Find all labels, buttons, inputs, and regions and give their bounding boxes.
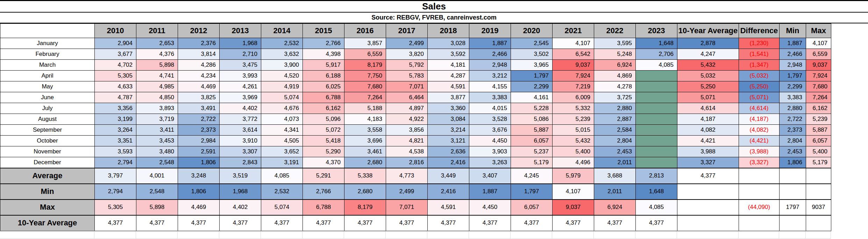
summary-cell[interactable]: 6,788: [303, 200, 344, 215]
sales-cell[interactable]: 3,592: [428, 49, 469, 60]
max-cell[interactable]: 6,162: [806, 103, 831, 114]
sales-cell[interactable]: 3,383: [469, 92, 511, 103]
summary-difference-cell[interactable]: (44,090): [739, 200, 780, 215]
summary-cell[interactable]: 4,377: [261, 215, 303, 231]
difference-cell[interactable]: (5,071): [739, 92, 780, 103]
sales-cell[interactable]: 3,696: [344, 136, 386, 146]
sales-cell[interactable]: 3,411: [136, 125, 178, 136]
year-header-2018[interactable]: 2018: [428, 24, 469, 38]
sales-cell-empty-2023[interactable]: [636, 125, 677, 136]
max-cell[interactable]: 5,887: [806, 125, 831, 136]
ten-year-avg-cell[interactable]: 4,614: [677, 103, 739, 114]
summary-cell[interactable]: 4,245: [511, 168, 553, 184]
sales-cell[interactable]: 4,985: [136, 81, 178, 92]
sales-cell[interactable]: 5,239: [553, 114, 594, 125]
difference-cell[interactable]: (4,421): [739, 136, 780, 146]
sales-cell[interactable]: 6,188: [303, 71, 344, 81]
sales-cell[interactable]: 6,559: [344, 49, 386, 60]
extra-header-1[interactable]: Difference: [739, 24, 780, 38]
month-label[interactable]: February: [0, 49, 95, 60]
sales-cell[interactable]: 3,121: [428, 136, 469, 146]
sales-cell[interactable]: 3,993: [220, 71, 261, 81]
year-header-2021[interactable]: 2021: [553, 24, 594, 38]
sales-cell[interactable]: 5,432: [553, 136, 594, 146]
min-cell[interactable]: 1,887: [780, 38, 806, 49]
min-cell[interactable]: 2,299: [780, 81, 806, 92]
summary-cell[interactable]: 4,107: [553, 184, 594, 200]
difference-cell[interactable]: (3,327): [739, 157, 780, 168]
summary-cell[interactable]: 3,449: [428, 168, 469, 184]
sales-cell[interactable]: 5,332: [553, 103, 594, 114]
sales-cell[interactable]: 7,750: [344, 71, 386, 81]
sales-cell[interactable]: 5,418: [303, 136, 344, 146]
sales-cell[interactable]: 2,636: [428, 146, 469, 157]
summary-cell[interactable]: 4,001: [136, 168, 178, 184]
sales-cell-empty-2023[interactable]: [636, 157, 677, 168]
sales-cell[interactable]: 4,286: [178, 60, 220, 71]
summary-cell[interactable]: 4,377: [553, 215, 594, 231]
sales-cell[interactable]: 4,398: [303, 49, 344, 60]
sales-cell[interactable]: 7,219: [553, 81, 594, 92]
difference-cell[interactable]: (4,187): [739, 114, 780, 125]
sales-cell[interactable]: 4,234: [178, 71, 220, 81]
month-label[interactable]: July: [0, 103, 95, 114]
sales-cell[interactable]: 3,814: [178, 49, 220, 60]
sales-cell[interactable]: 2,843: [220, 157, 261, 168]
summary-cell[interactable]: 9,037: [553, 200, 594, 215]
sales-cell-empty-2023[interactable]: [636, 71, 677, 81]
sales-cell[interactable]: 2,904: [95, 38, 136, 49]
sales-cell[interactable]: 2,591: [178, 146, 220, 157]
sales-cell[interactable]: 3,084: [428, 114, 469, 125]
summary-cell[interactable]: 4,450: [469, 200, 511, 215]
ten-year-avg-cell[interactable]: 4,187: [677, 114, 739, 125]
sales-cell[interactable]: 4,376: [136, 49, 178, 60]
sales-cell[interactable]: 3,719: [136, 114, 178, 125]
month-label[interactable]: January: [0, 38, 95, 49]
sales-cell[interactable]: 3,772: [220, 114, 261, 125]
sales-cell[interactable]: 4,450: [469, 136, 511, 146]
min-cell[interactable]: 2,880: [780, 103, 806, 114]
sales-cell[interactable]: 3,725: [594, 92, 636, 103]
sales-cell[interactable]: 4,633: [95, 81, 136, 92]
sales-cell[interactable]: 9,037: [553, 60, 594, 71]
min-cell[interactable]: 2,466: [780, 49, 806, 60]
month-label[interactable]: April: [0, 71, 95, 81]
summary-cell[interactable]: 6,924: [594, 200, 636, 215]
summary-cell[interactable]: 4,377: [344, 215, 386, 231]
sales-cell[interactable]: 5,400: [553, 146, 594, 157]
sales-cell[interactable]: 5,792: [386, 60, 428, 71]
sales-cell[interactable]: 3,676: [469, 125, 511, 136]
summary-cell[interactable]: 2,766: [303, 184, 344, 200]
sales-cell[interactable]: 5,887: [511, 125, 553, 136]
sales-cell[interactable]: 1,968: [220, 38, 261, 49]
sales-cell[interactable]: 3,199: [95, 114, 136, 125]
sales-cell[interactable]: 2,766: [303, 38, 344, 49]
sales-cell[interactable]: 5,228: [511, 103, 553, 114]
summary-cell[interactable]: 4,085: [636, 200, 677, 215]
summary-cell[interactable]: 4,377: [220, 215, 261, 231]
difference-cell[interactable]: (1,541): [739, 49, 780, 60]
summary-max-cell[interactable]: [806, 215, 831, 231]
summary-cell[interactable]: 5,074: [261, 200, 303, 215]
difference-cell[interactable]: (3,988): [739, 146, 780, 157]
sales-cell[interactable]: 4,469: [178, 81, 220, 92]
sales-cell[interactable]: 3,480: [136, 146, 178, 157]
sales-cell[interactable]: 2,376: [178, 38, 220, 49]
month-label[interactable]: December: [0, 157, 95, 168]
sales-cell[interactable]: 2,984: [178, 136, 220, 146]
summary-max-cell[interactable]: [806, 168, 831, 184]
min-cell[interactable]: 2,948: [780, 60, 806, 71]
source-row[interactable]: Source: REBGV, FVREB, canreinvest.com: [0, 13, 868, 23]
sales-cell[interactable]: 3,360: [428, 103, 469, 114]
sales-cell[interactable]: 3,825: [178, 92, 220, 103]
summary-cell[interactable]: 6,057: [511, 200, 553, 215]
summary-label[interactable]: 10-Year Average: [0, 215, 95, 231]
year-header-2020[interactable]: 2020: [511, 24, 553, 38]
sales-cell[interactable]: 2,680: [344, 157, 386, 168]
sales-cell[interactable]: 7,264: [344, 92, 386, 103]
sales-cell[interactable]: 4,085: [636, 60, 677, 71]
sales-cell[interactable]: 4,015: [469, 103, 511, 114]
sales-cell-empty-2023[interactable]: [636, 103, 677, 114]
sales-cell[interactable]: 5,237: [511, 146, 553, 157]
sales-cell[interactable]: 3,028: [428, 38, 469, 49]
